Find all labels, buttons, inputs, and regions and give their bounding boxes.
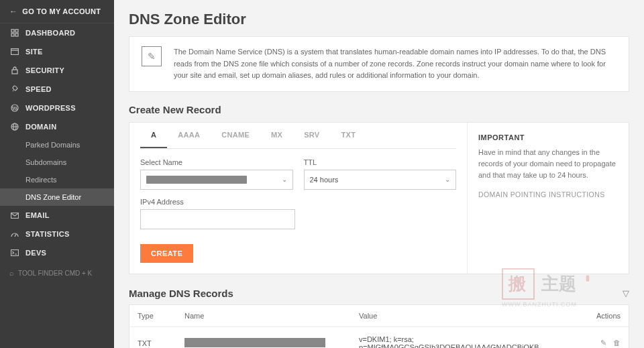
sidebar-sub-subdomains[interactable]: Subdomains [0,154,114,171]
terminal-icon [9,249,20,257]
go-to-account-link[interactable]: ← GO TO MY ACCOUNT [0,0,114,23]
tab-a[interactable]: A [140,123,167,148]
sidebar-sub-parked-domains[interactable]: Parked Domains [0,136,114,154]
create-form: A AAAA CNAME MX SRV TXT Select Name ⌄ [129,123,468,274]
redacted-value [146,176,247,184]
select-name-dropdown[interactable]: ⌄ [140,170,293,190]
sidebar-item-speed[interactable]: SPEED [0,80,114,99]
sidebar-item-label: WORDPRESS [25,104,76,112]
globe-icon [9,123,20,131]
svg-rect-1 [15,30,18,32]
cell-type: TXT [129,327,176,348]
sidebar-item-statistics[interactable]: STATISTICS [0,225,114,243]
col-type: Type [129,305,176,327]
svg-rect-13 [11,250,19,256]
create-record-card: A AAAA CNAME MX SRV TXT Select Name ⌄ [129,122,629,274]
svg-rect-6 [12,70,17,74]
lock-icon [9,66,20,74]
sidebar: ← GO TO MY ACCOUNT DASHBOARD SITE SECURI… [0,0,114,348]
sidebar-item-domain[interactable]: DOMAIN [0,117,114,136]
sidebar-item-dashboard[interactable]: DASHBOARD [0,23,114,42]
svg-rect-3 [15,34,18,36]
chevron-down-icon: ⌄ [282,176,287,183]
select-name-label: Select Name [140,158,293,166]
sidebar-item-wordpress[interactable]: WORDPRESS [0,99,114,117]
important-panel: IMPORTANT Have in mind that any changes … [468,123,629,274]
sidebar-item-label: SECURITY [25,66,64,74]
rocket-icon [9,85,20,93]
grid-icon [9,29,20,37]
go-to-account-label: GO TO MY ACCOUNT [22,7,101,15]
tab-cname[interactable]: CNAME [211,123,260,148]
ttl-label: TTL [304,158,457,166]
tab-aaaa[interactable]: AAAA [167,123,211,148]
edit-icon[interactable]: ✎ [600,339,606,347]
col-name: Name [176,305,351,327]
document-edit-icon [142,46,162,66]
tab-txt[interactable]: TXT [331,123,367,148]
sidebar-item-label: DOMAIN [25,123,56,131]
tool-finder-label: TOOL FINDER CMD + K [18,270,92,277]
flag-icon: ▮ [586,274,590,282]
ttl-dropdown[interactable]: 24 hours ⌄ [304,170,457,190]
main-content: DNS Zone Editor The Domain Name Service … [114,0,644,348]
sidebar-item-label: DASHBOARD [25,29,75,37]
wordpress-icon [9,104,20,112]
sidebar-item-label: EMAIL [25,211,50,219]
mail-icon [9,211,20,219]
record-type-tabs: A AAAA CNAME MX SRV TXT [140,123,456,149]
tool-finder[interactable]: ⌕ TOOL FINDER CMD + K [0,269,114,277]
manage-heading: Manage DNS Records [129,288,233,299]
svg-rect-0 [11,30,14,32]
sidebar-item-devs[interactable]: DEVS [0,243,114,262]
ipv4-input[interactable] [140,209,295,229]
records-table-card: Type Name Value Actions TXT v=DKIM1; k=r… [129,304,629,348]
table-row: TXT v=DKIM1; k=rsa; p=MIGfMA0GCSqGSIb3DQ… [129,327,629,348]
ipv4-label: IPv4 Address [140,198,295,206]
window-icon [9,48,20,56]
chevron-down-icon: ⌄ [445,176,450,183]
filter-icon[interactable]: ▽ [623,288,629,298]
create-button[interactable]: CREATE [140,244,193,263]
sidebar-sub-redirects[interactable]: Redirects [0,171,114,188]
svg-rect-4 [11,49,19,55]
gauge-icon [9,230,20,238]
sidebar-item-email[interactable]: EMAIL [0,206,114,225]
sidebar-item-security[interactable]: SECURITY [0,61,114,80]
info-panel: The Domain Name Service (DNS) is a syste… [129,36,629,92]
sidebar-item-site[interactable]: SITE [0,42,114,61]
page-title: DNS Zone Editor [129,11,629,28]
important-text: Have in mind that any changes in the rec… [478,147,618,181]
records-table: Type Name Value Actions TXT v=DKIM1; k=r… [129,305,629,348]
sidebar-item-label: DEVS [25,249,46,257]
col-actions: Actions [575,305,629,327]
sidebar-item-label: SITE [25,48,43,56]
cell-actions: ✎ 🗑 [575,327,629,348]
ttl-value: 24 hours [310,176,339,184]
svg-line-12 [15,234,16,237]
sidebar-sub-dns-zone-editor[interactable]: DNS Zone Editor [0,188,114,206]
cell-name [176,327,351,348]
cell-value: v=DKIM1; k=rsa; p=MIGfMA0GCSqGSIb3DQEBAQ… [351,327,575,348]
search-icon: ⌕ [9,269,14,277]
sidebar-item-label: SPEED [25,85,52,93]
svg-rect-2 [11,34,14,36]
info-text: The Domain Name Service (DNS) is a syste… [174,46,616,82]
col-value: Value [351,305,575,327]
create-heading: Create New Record [129,104,629,115]
tab-mx[interactable]: MX [260,123,293,148]
important-heading: IMPORTANT [478,133,618,141]
delete-icon[interactable]: 🗑 [613,339,621,347]
arrow-left-icon: ← [9,7,17,16]
redacted-value [184,338,325,347]
sidebar-item-label: STATISTICS [25,230,70,238]
domain-pointing-link[interactable]: DOMAIN POINTING INSTRUCTIONS [478,190,618,198]
tab-srv[interactable]: SRV [293,123,330,148]
